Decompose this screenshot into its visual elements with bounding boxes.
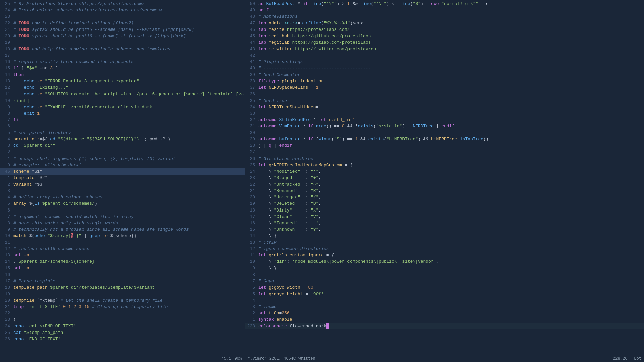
table-row: 6 <box>0 123 245 129</box>
table-row: 6let g:goyo_width = 80 <box>245 284 644 291</box>
left-code-area[interactable]: 25# By Protesilaos Stavrou <https://prot… <box>0 0 245 355</box>
left-status-pos: 45,1 <box>222 356 235 361</box>
table-row: 9# technically not a problem since all s… <box>0 226 245 233</box>
table-row: 15set +a <box>0 265 245 272</box>
right-status-pos: 228,26 <box>613 356 627 361</box>
table-row: 30 <box>245 130 644 136</box>
table-row: 3 <box>0 188 245 194</box>
table-row: 9 \ } <box>245 265 644 272</box>
table-row: 7# argument `scheme` should match item i… <box>0 214 245 220</box>
table-row: 5# set parent directory <box>0 130 245 136</box>
table-row: 22 \ "Untracked" : "^", <box>245 181 644 188</box>
table-row: 4 <box>245 297 644 304</box>
table-row: 12 echo "Exiting..." <box>0 84 245 91</box>
table-row: 18 \ "Dirty" : "x", <box>245 207 644 214</box>
table-row: 34let NERDTreeShowHidden=1 <box>245 104 644 110</box>
table-row: 25cat "$template_path" <box>0 329 245 336</box>
table-row: 44iab megitlab https://gitlab.com/protes… <box>245 39 644 46</box>
table-row: 12# include prot16 scheme specs <box>0 246 245 252</box>
table-row: 37let NERDSpaceDelims = 1 <box>245 84 644 91</box>
table-row: 2 <box>0 149 245 155</box>
table-row: 23 \ "Staged" : "+", <box>245 175 644 181</box>
table-row: 8# note this works only with single word… <box>0 220 245 226</box>
table-row: 27 <box>245 149 644 155</box>
table-row: 19 <box>0 39 245 46</box>
table-row: 7fi <box>0 117 245 123</box>
right-pane: 50au BufReadPost * if line("'\"") > 1 &&… <box>245 0 644 355</box>
table-row: 46iab mesite https://protesilaos.com/ <box>245 26 644 33</box>
table-row: 11 <box>0 239 245 246</box>
table-row: 14then <box>0 72 245 78</box>
table-row: 40" ------------------------------------… <box>245 65 644 71</box>
table-row: 50au BufReadPost * if line("'\"") > 1 &&… <box>245 1 644 7</box>
table-row: 7" Goyo <box>245 278 644 284</box>
table-row: 29autocmd bufenter * if (winnr("$") == 1… <box>245 136 644 142</box>
table-row: 22 <box>0 310 245 316</box>
table-row: 0# example: `alto vim dark` <box>0 162 245 168</box>
left-pane: 25# By Protesilaos Stavrou <https://prot… <box>0 0 245 355</box>
table-row: 20 \ "Unmerged" : "/", <box>245 194 644 200</box>
table-row: 21# TODO syntax should be prot16 --schem… <box>0 26 245 33</box>
table-row: 23( <box>0 316 245 323</box>
table-row: 38filetype plugin indent on <box>245 78 644 84</box>
table-row: 5let g:goyo_height = '90%' <box>245 291 644 297</box>
table-row: 8 <box>245 272 644 278</box>
table-row: 25let g:NERDTreeIndicatorMapCustom = { <box>245 162 644 168</box>
table-row: 41" Plugin settings <box>245 59 644 65</box>
table-row: 23 <box>0 13 245 20</box>
right-status-mode: Bot <box>634 356 641 361</box>
table-row: 26echo 'END_OF_TEXT' <box>0 336 245 342</box>
table-row: 14 \ } <box>245 233 644 239</box>
table-row: 48" Abbreviations <box>245 13 644 20</box>
table-row: 4parent_dir=$( cd "$(dirname "${BASH_SOU… <box>0 136 245 142</box>
table-row: 2set t_Co=256 <box>245 310 644 316</box>
table-row: 17 \ "Clean" : "V", <box>245 214 644 220</box>
right-status-filename: ".vimrc" 228L, 4664C written <box>248 356 315 361</box>
table-row: 15if [ "$#" -ne 3 ] <box>0 65 245 71</box>
table-row: 18template_path=$parent_dir/templates/$t… <box>0 284 245 291</box>
right-code-area[interactable]: 50au BufReadPost * if line("'\"") > 1 &&… <box>245 0 644 355</box>
table-row: 32autocmd StdinReadPre * let s:std_in=1 <box>245 117 644 123</box>
table-row: 8 exit 1 <box>0 110 245 117</box>
table-row: 1syntax enable <box>245 316 644 323</box>
table-row: 13 echo -e "ERROR Exactly 3 arguments ex… <box>0 78 245 84</box>
right-status-bar: ".vimrc" 228L, 4664C written 228,26 Bot <box>245 355 644 362</box>
table-row: 2variant="$3" <box>0 181 245 188</box>
table-row: 16 \ "Ignored" : '~', <box>245 220 644 226</box>
table-row: 49ndif <box>245 7 644 13</box>
table-row: 3cd "$parent_dir" <box>0 142 245 149</box>
table-row: 11let g:ctrlp_custom_ignore = { <box>245 252 644 258</box>
table-row: 17 <box>0 52 245 59</box>
table-row: 18# TODO add help flag showing available… <box>0 46 245 52</box>
table-row: 42 <box>245 52 644 59</box>
table-row: 17# Parse template <box>0 278 245 284</box>
table-row: 12" Ignore common directories <box>245 246 644 252</box>
table-row: 9 echo -e "EXAMPLE ./prot16-generator al… <box>0 104 245 110</box>
table-row: 14. $parent_dir/schemes/${scheme} <box>0 258 245 265</box>
table-row: 26" Git status nerdtree <box>245 156 644 162</box>
table-row: 45iab megithub https://github.com/protes… <box>245 33 644 39</box>
table-row: 22# TODO how to define terminal options … <box>0 20 245 26</box>
table-row: 28) | q | endif <box>245 142 644 149</box>
table-row: 45scheme="$1" <box>0 168 245 175</box>
table-row: 43iab metwitter https://twitter.com/prot… <box>245 46 644 52</box>
table-row: 39" Nerd Commenter <box>245 72 644 78</box>
status-bar: 45,1 90% ".vimrc" 228L, 4664C written 22… <box>0 355 644 362</box>
table-row: 1# accept shell arguments (1) scheme, (2… <box>0 156 245 162</box>
table-row: 35" Nerd Tree <box>245 98 644 104</box>
table-row: 3" Theme <box>245 304 644 310</box>
table-row: 24 \ "Modified" : "*", <box>245 168 644 175</box>
table-row: 1template="$2" <box>0 175 245 181</box>
table-row: 13set -a <box>0 252 245 258</box>
table-row: 25# By Protesilaos Stavrou <https://prot… <box>0 1 245 7</box>
table-row: 47iab xdate <c-r>=strftime("%Y-%m-%d")<c… <box>245 20 644 26</box>
table-row: 33 <box>245 110 644 117</box>
left-status-percent: 90% <box>234 356 242 361</box>
table-row: 31autocmd VimEnter * if argc() == 0 && !… <box>245 123 644 129</box>
table-row: 21trap 'rm -f $FILE' 0 1 2 3 15 # Clean … <box>0 304 245 310</box>
table-row: 13" CtrlP <box>245 239 644 246</box>
table-row: 228colorscheme flowerbed_dark <box>245 323 644 329</box>
table-row: 10match=$(echo "${array[@]}" | grep -o $… <box>0 233 245 239</box>
left-status-bar: 45,1 90% <box>0 355 245 362</box>
table-row: 24# Prot16 colour schemes <https://prote… <box>0 7 245 13</box>
